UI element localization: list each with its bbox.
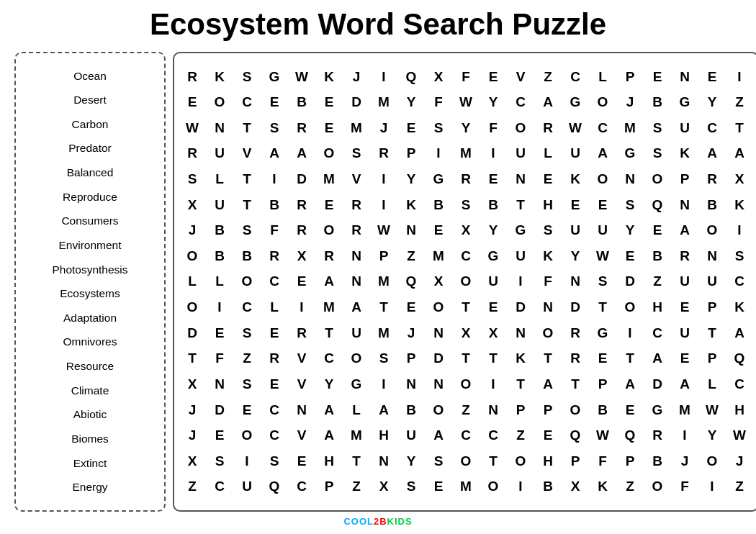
- grid-cell: Q: [644, 197, 671, 213]
- grid-cell: E: [616, 248, 644, 264]
- grid-cell: R: [671, 248, 698, 264]
- grid-cell: X: [288, 248, 315, 264]
- grid-cell: Y: [698, 427, 726, 443]
- word-item: Carbon: [72, 116, 109, 133]
- grid-cell: I: [480, 145, 507, 161]
- grid-cell: U: [671, 120, 698, 136]
- grid-cell: S: [233, 69, 261, 85]
- grid-cell: I: [288, 299, 315, 315]
- grid-cell: I: [698, 479, 726, 494]
- grid-cell: K: [726, 197, 753, 213]
- grid-cell: N: [425, 325, 452, 341]
- grid-cell: N: [507, 325, 534, 341]
- word-item: Predator: [68, 140, 111, 157]
- word-item: Climate: [71, 382, 109, 399]
- grid-cell: Y: [616, 222, 644, 238]
- grid-cell: J: [397, 325, 425, 341]
- grid-cell: T: [507, 376, 534, 392]
- grid-cell: E: [644, 222, 671, 238]
- grid-row: WNTSREMJESYFORWCMSUCT: [179, 120, 753, 136]
- grid-cell: T: [726, 120, 753, 136]
- grid-cell: L: [179, 273, 206, 289]
- grid-cell: U: [343, 325, 370, 341]
- grid-cell: P: [589, 376, 616, 392]
- grid-cell: X: [562, 479, 589, 494]
- word-item: Ecosystems: [60, 285, 120, 302]
- grid-cell: P: [698, 350, 726, 366]
- grid-cell: G: [343, 376, 370, 392]
- grid-cell: O: [507, 120, 534, 136]
- grid-cell: H: [315, 453, 343, 469]
- word-item: Adaptation: [63, 309, 117, 327]
- grid-cell: M: [616, 120, 644, 136]
- grid-row: XSISEHTNYSOTOHPFPBJOJ: [179, 453, 753, 469]
- grid-cell: K: [562, 171, 589, 187]
- grid-cell: R: [452, 171, 480, 187]
- grid-cell: W: [562, 120, 589, 136]
- grid-cell: A: [315, 427, 343, 443]
- grid-cell: S: [534, 222, 562, 238]
- grid-cell: H: [534, 197, 562, 213]
- grid-cell: Z: [507, 427, 534, 443]
- grid-cell: T: [452, 299, 480, 315]
- word-item: Omnivores: [63, 333, 117, 350]
- grid-cell: I: [370, 376, 397, 392]
- grid-cell: I: [261, 171, 288, 187]
- grid-cell: G: [562, 94, 589, 110]
- grid-cell: C: [562, 69, 589, 85]
- grid-cell: B: [644, 94, 671, 110]
- grid-cell: G: [425, 171, 452, 187]
- grid-cell: K: [534, 248, 562, 264]
- grid-cell: R: [534, 120, 562, 136]
- grid-cell: M: [343, 120, 370, 136]
- grid-row: OBBRXRNPZMCGUKYWEBRNS: [179, 248, 753, 264]
- grid-cell: F: [480, 120, 507, 136]
- grid-cell: T: [370, 299, 397, 315]
- grid-cell: D: [616, 273, 644, 289]
- word-item: Resource: [66, 358, 114, 375]
- grid-cell: T: [452, 350, 480, 366]
- grid-cell: S: [397, 479, 425, 494]
- grid-cell: S: [726, 248, 753, 264]
- grid-row: RUVAAOSRPIMIULUAGSKAA: [179, 145, 753, 161]
- grid-cell: B: [233, 248, 261, 264]
- grid-cell: U: [698, 273, 726, 289]
- grid-cell: O: [452, 453, 480, 469]
- grid-cell: V: [288, 427, 315, 443]
- page-title: Ecosystem Word Search Puzzle: [150, 7, 606, 42]
- grid-cell: K: [397, 197, 425, 213]
- grid-cell: D: [425, 350, 452, 366]
- grid-cell: E: [644, 69, 671, 85]
- grid-cell: T: [343, 453, 370, 469]
- grid-row: SLTIDMVIYGRENEKONOPRX: [179, 171, 753, 187]
- grid-cell: O: [698, 453, 726, 469]
- grid-cell: E: [534, 171, 562, 187]
- word-item: Energy: [72, 479, 107, 496]
- grid-cell: A: [534, 94, 562, 110]
- grid-cell: E: [534, 427, 562, 443]
- grid-cell: Y: [397, 94, 425, 110]
- grid-cell: C: [644, 325, 671, 341]
- grid-cell: K: [206, 69, 233, 85]
- grid-cell: E: [261, 376, 288, 392]
- grid-cell: M: [671, 402, 698, 418]
- grid-cell: W: [452, 94, 480, 110]
- grid-cell: E: [589, 197, 616, 213]
- grid-cell: G: [616, 145, 644, 161]
- grid-cell: Z: [726, 94, 753, 110]
- grid-row: EOCEBEDMYFWYCAGOJBGYZ: [179, 94, 753, 110]
- grid-cell: B: [425, 197, 452, 213]
- grid-cell: D: [288, 171, 315, 187]
- grid-cell: O: [480, 479, 507, 494]
- grid-cell: P: [534, 402, 562, 418]
- grid-cell: V: [288, 350, 315, 366]
- grid-cell: E: [589, 350, 616, 366]
- grid-cell: Z: [233, 350, 261, 366]
- grid-cell: E: [480, 299, 507, 315]
- grid-cell: T: [233, 120, 261, 136]
- grid-cell: M: [425, 248, 452, 264]
- grid-cell: T: [589, 299, 616, 315]
- grid-cell: E: [480, 171, 507, 187]
- footer-cool: COOL: [343, 516, 374, 527]
- grid-cell: N: [288, 402, 315, 418]
